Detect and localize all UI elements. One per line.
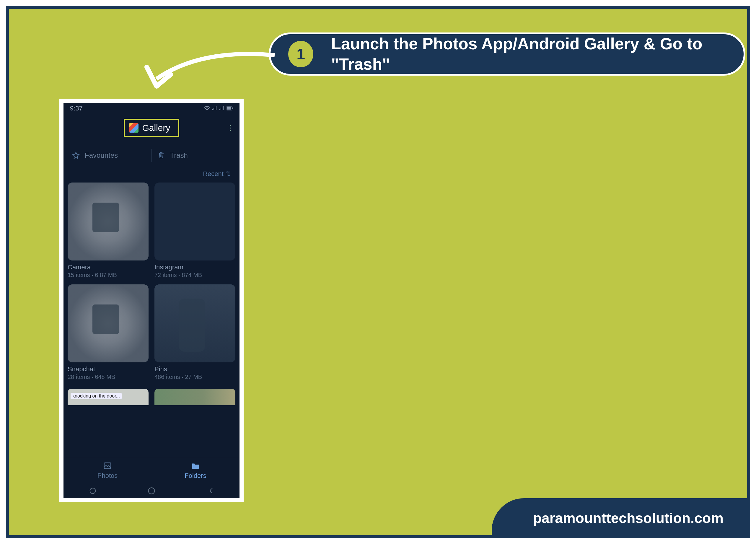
tab-trash-label: Trash <box>170 151 188 159</box>
album-item-pins[interactable]: Pins 486 items · 27 MB <box>154 284 235 380</box>
trash-icon <box>157 151 165 159</box>
signal-icon-2 <box>219 106 224 111</box>
album-title: Camera <box>68 263 149 271</box>
category-tabs: Favourites Trash <box>63 149 239 162</box>
sort-row[interactable]: Recent ⇅ <box>63 162 239 180</box>
album-meta: 28 items · 648 MB <box>68 374 149 380</box>
step-callout: 1 Launch the Photos App/Android Gallery … <box>269 32 745 76</box>
bottom-nav-photos[interactable]: Photos <box>63 457 151 484</box>
gallery-logo-icon <box>129 123 139 133</box>
album-thumbnail <box>154 284 235 362</box>
step-number-badge: 1 <box>288 41 313 67</box>
album-item-snapchat[interactable]: Snapchat 28 items · 648 MB <box>68 284 149 380</box>
instruction-frame: 1 Launch the Photos App/Android Gallery … <box>6 6 750 538</box>
album-title: Snapchat <box>68 365 149 373</box>
battery-icon <box>226 106 234 110</box>
tab-trash[interactable]: Trash <box>151 149 237 162</box>
sort-label: Recent <box>203 170 224 177</box>
android-recents-icon[interactable] <box>89 487 97 495</box>
album-meta: 72 items · 874 MB <box>154 272 235 278</box>
star-icon <box>72 151 80 159</box>
footer-website-label: paramounttechsolution.com <box>533 510 724 526</box>
step-number: 1 <box>296 45 305 63</box>
svg-rect-3 <box>104 463 111 469</box>
phone-screen: 9:37 Gallery ⋮ <box>63 103 239 498</box>
bottom-nav-photos-label: Photos <box>97 472 118 480</box>
folders-icon <box>191 461 200 470</box>
phone-mockup: 9:37 Gallery ⋮ <box>59 99 244 502</box>
callout-text: Launch the Photos App/Android Gallery & … <box>331 34 744 74</box>
android-nav-bar <box>63 484 239 498</box>
sort-arrows-icon: ⇅ <box>225 170 231 177</box>
gallery-header: Gallery ⋮ <box>63 119 239 137</box>
svg-point-4 <box>90 488 96 494</box>
svg-rect-2 <box>227 107 231 110</box>
svg-point-5 <box>148 488 154 494</box>
more-options-button[interactable]: ⋮ <box>227 126 234 129</box>
wifi-icon <box>204 106 210 111</box>
album-thumbnail <box>154 183 235 260</box>
tab-favourites[interactable]: Favourites <box>66 149 151 162</box>
footer-website-badge: paramounttechsolution.com <box>492 498 750 538</box>
photos-icon <box>103 461 112 470</box>
album-thumbnail-partial[interactable] <box>68 389 149 405</box>
album-title: Pins <box>154 365 235 373</box>
album-thumbnail <box>68 183 149 260</box>
status-bar: 9:37 <box>63 103 239 113</box>
signal-icon <box>212 106 217 111</box>
bottom-nav: Photos Folders <box>63 457 239 484</box>
android-home-icon[interactable] <box>147 487 156 495</box>
album-meta: 486 items · 27 MB <box>154 374 235 380</box>
android-back-icon[interactable] <box>206 487 214 495</box>
gallery-chip-highlight[interactable]: Gallery <box>124 119 179 137</box>
album-grid: Camera 15 items · 6.87 MB Instagram 72 i… <box>63 180 239 383</box>
album-item-camera[interactable]: Camera 15 items · 6.87 MB <box>68 183 149 278</box>
status-time: 9:37 <box>70 105 83 112</box>
album-title: Instagram <box>154 263 235 271</box>
tab-favourites-label: Favourites <box>85 151 118 159</box>
album-grid-partial <box>63 383 239 405</box>
bottom-nav-folders-label: Folders <box>185 472 206 480</box>
bottom-nav-folders[interactable]: Folders <box>151 457 239 484</box>
gallery-title: Gallery <box>142 123 170 133</box>
album-item-instagram[interactable]: Instagram 72 items · 874 MB <box>154 183 235 278</box>
album-thumbnail-partial[interactable] <box>154 389 235 405</box>
svg-rect-1 <box>232 108 233 109</box>
album-thumbnail <box>68 284 149 362</box>
album-meta: 15 items · 6.87 MB <box>68 272 149 278</box>
callout-arrow-icon <box>133 42 278 101</box>
status-icons <box>204 106 234 111</box>
